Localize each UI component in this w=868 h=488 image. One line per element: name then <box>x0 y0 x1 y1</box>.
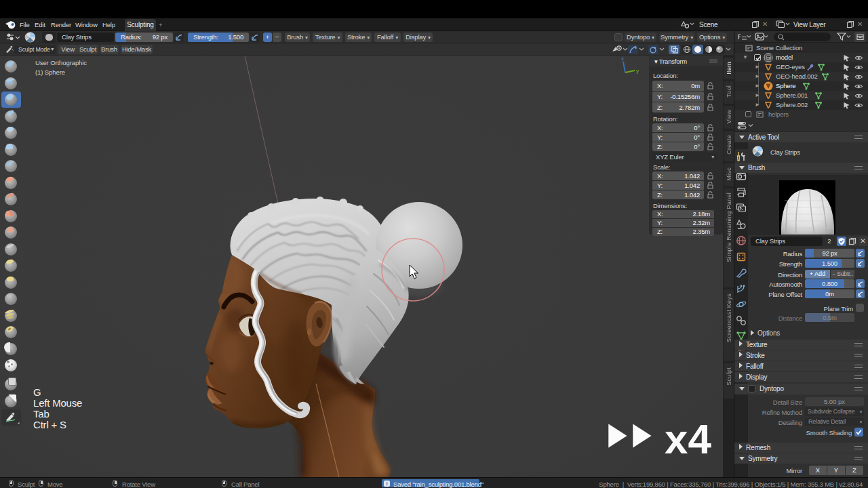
svg-text:x4: x4 <box>665 418 711 456</box>
svg-text:z: z <box>621 56 624 62</box>
svg-text:y: y <box>636 68 639 74</box>
